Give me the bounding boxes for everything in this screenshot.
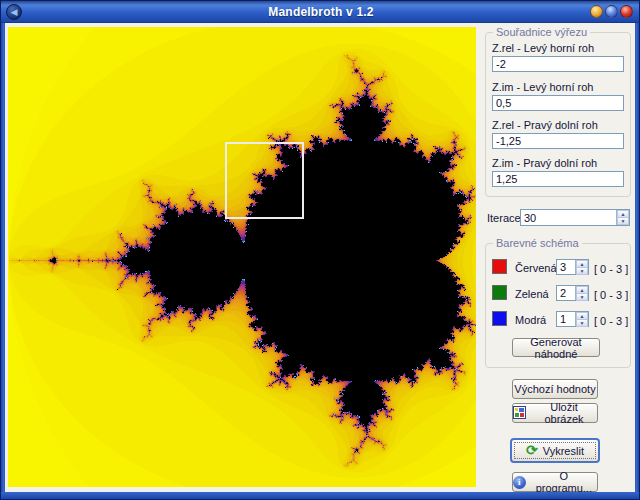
- green-spinner: ▲▼: [556, 285, 589, 301]
- window-border-left: [1, 22, 5, 499]
- spin-up-icon[interactable]: ▲: [617, 210, 629, 218]
- image-file-icon: [513, 406, 526, 421]
- iterations-label: Iterace:: [487, 212, 524, 224]
- spin-down-icon[interactable]: ▼: [576, 294, 588, 301]
- render-label: Vykreslit: [543, 445, 584, 457]
- close-button[interactable]: [620, 5, 633, 18]
- zim-bottomright-input[interactable]: [492, 171, 624, 187]
- red-label: Červená: [515, 262, 557, 274]
- zrel-topleft-input[interactable]: [492, 56, 624, 72]
- spin-down-icon[interactable]: ▼: [576, 320, 588, 327]
- save-image-label: Uložit obrázek: [531, 401, 597, 425]
- blue-input[interactable]: [557, 312, 575, 326]
- titlebar[interactable]: ◀ Mandelbroth v 1.2: [1, 1, 640, 23]
- app-window: ◀ Mandelbroth v 1.2 Souřadnice výřezu Z.…: [0, 0, 640, 500]
- maximize-button[interactable]: [605, 5, 618, 18]
- red-range: [ 0 - 3 ]: [594, 263, 628, 275]
- generate-random-label: Generovat náhodné: [513, 336, 599, 360]
- selection-rectangle: [225, 142, 304, 219]
- iterations-spinner: ▲ ▼: [520, 209, 630, 226]
- red-swatch: [492, 259, 507, 274]
- about-button[interactable]: i O programu...: [512, 472, 598, 492]
- spin-up-icon[interactable]: ▲: [576, 312, 588, 320]
- green-range: [ 0 - 3 ]: [594, 289, 628, 301]
- spin-up-icon[interactable]: ▲: [576, 286, 588, 294]
- default-values-label: Výchozí hodnoty: [514, 383, 595, 395]
- zim-topleft-label: Z.im - Levý horní roh: [492, 81, 593, 93]
- spin-down-icon[interactable]: ▼: [576, 268, 588, 275]
- blue-swatch: [492, 311, 507, 326]
- coordinates-group-title: Souřadnice výřezu: [493, 26, 590, 38]
- red-spinner: ▲▼: [556, 259, 589, 275]
- minimize-button[interactable]: [590, 5, 603, 18]
- about-label: O programu...: [531, 470, 597, 494]
- fractal-canvas[interactable]: [8, 27, 476, 487]
- zrel-topleft-label: Z.rel - Levý horní roh: [492, 42, 594, 54]
- render-button[interactable]: ⟳ Vykreslit: [510, 438, 600, 463]
- red-input[interactable]: [557, 260, 575, 274]
- zim-bottomright-label: Z.im - Pravý dolní roh: [492, 157, 597, 169]
- zrel-bottomright-input[interactable]: [492, 133, 624, 149]
- spin-up-icon[interactable]: ▲: [576, 260, 588, 268]
- color-scheme-group-title: Barevné schéma: [493, 237, 582, 249]
- zrel-bottomright-label: Z.rel - Pravý dolní roh: [492, 119, 598, 131]
- fractal-viewport: [8, 27, 476, 487]
- window-border-bottom: [1, 492, 639, 499]
- refresh-icon: ⟳: [526, 444, 538, 457]
- zim-topleft-input[interactable]: [492, 95, 624, 111]
- blue-spinner: ▲▼: [556, 311, 589, 327]
- spin-down-icon[interactable]: ▼: [617, 218, 629, 225]
- window-title: Mandelbroth v 1.2: [1, 5, 640, 19]
- green-swatch: [492, 285, 507, 300]
- blue-label: Modrá: [515, 314, 546, 326]
- green-input[interactable]: [557, 286, 575, 300]
- generate-random-button[interactable]: Generovat náhodné: [512, 338, 600, 357]
- save-image-button[interactable]: Uložit obrázek: [512, 403, 598, 423]
- green-label: Zelená: [515, 288, 549, 300]
- info-icon: i: [513, 476, 526, 489]
- window-border-right: [635, 22, 639, 499]
- iterations-input[interactable]: [521, 210, 616, 225]
- default-values-button[interactable]: Výchozí hodnoty: [512, 379, 598, 399]
- blue-range: [ 0 - 3 ]: [594, 315, 628, 327]
